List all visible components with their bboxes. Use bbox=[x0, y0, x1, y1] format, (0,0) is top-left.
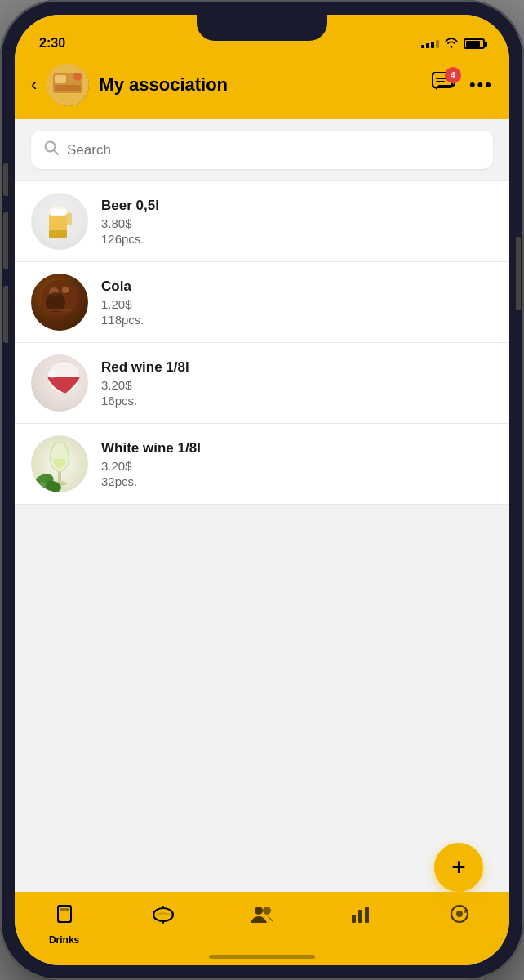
status-icons bbox=[421, 37, 485, 51]
item-qty: 126pcs. bbox=[101, 232, 493, 246]
svg-point-36 bbox=[255, 906, 263, 915]
nav-item-settings[interactable]: · bbox=[411, 900, 509, 944]
svg-point-43 bbox=[464, 910, 467, 913]
nav-item-food[interactable]: · bbox=[113, 900, 212, 946]
side-button-vol-down bbox=[3, 286, 8, 343]
item-qty: 16pcs. bbox=[101, 394, 493, 408]
food-icon bbox=[152, 903, 175, 931]
svg-point-21 bbox=[62, 287, 69, 293]
notch bbox=[197, 15, 327, 41]
item-info: Red wine 1/8l 3.20$ 16pcs. bbox=[101, 359, 493, 408]
notification-badge: 4 bbox=[445, 67, 461, 83]
add-button[interactable]: + bbox=[434, 843, 483, 892]
status-time: 2:30 bbox=[39, 36, 65, 51]
list-item[interactable]: Red wine 1/8l 3.20$ 16pcs. bbox=[15, 343, 509, 424]
drinks-icon bbox=[54, 903, 75, 931]
item-image-cola bbox=[31, 274, 88, 331]
svg-rect-38 bbox=[352, 915, 356, 923]
more-button[interactable]: ••• bbox=[469, 74, 493, 96]
side-button-silent bbox=[3, 163, 8, 196]
phone-frame: 2:30 bbox=[0, 0, 524, 980]
nav-item-members[interactable]: · bbox=[212, 900, 311, 944]
search-icon bbox=[44, 140, 59, 159]
nav-label-drinks: Drinks bbox=[49, 934, 79, 946]
settings-icon bbox=[449, 903, 470, 929]
item-image-beer bbox=[31, 193, 88, 250]
nav-item-stats[interactable]: · bbox=[312, 900, 411, 944]
svg-point-37 bbox=[263, 906, 271, 915]
item-image-redwine bbox=[31, 354, 88, 412]
phone-screen: 2:30 bbox=[15, 15, 509, 965]
stats-icon bbox=[350, 903, 371, 929]
item-info: Beer 0,5l 3.80$ 126pcs. bbox=[101, 198, 493, 246]
side-button-vol-up bbox=[3, 212, 8, 270]
search-input[interactable] bbox=[67, 142, 480, 158]
svg-rect-2 bbox=[55, 75, 66, 83]
side-button-power bbox=[516, 237, 521, 310]
item-price: 3.80$ bbox=[101, 216, 493, 230]
svg-rect-14 bbox=[67, 212, 72, 225]
item-name: White wine 1/8l bbox=[101, 440, 493, 457]
item-price: 3.20$ bbox=[101, 459, 493, 473]
chat-button[interactable]: 4 bbox=[429, 70, 458, 100]
product-list: Beer 0,5l 3.80$ 126pcs. C bbox=[15, 180, 509, 892]
item-info: Cola 1.20$ 118pcs. bbox=[101, 278, 493, 327]
list-spacer bbox=[15, 505, 509, 570]
wifi-icon bbox=[444, 37, 459, 51]
svg-rect-39 bbox=[358, 910, 362, 923]
signal-icon bbox=[421, 40, 439, 48]
svg-point-5 bbox=[73, 73, 82, 81]
page-title: My association bbox=[99, 74, 419, 96]
item-qty: 32pcs. bbox=[101, 474, 493, 488]
svg-point-24 bbox=[48, 370, 56, 378]
svg-line-11 bbox=[54, 150, 58, 154]
list-item[interactable]: Beer 0,5l 3.80$ 126pcs. bbox=[15, 180, 509, 262]
svg-rect-32 bbox=[60, 908, 69, 911]
nav-item-drinks[interactable]: Drinks bbox=[15, 900, 113, 946]
item-name: Cola bbox=[101, 278, 493, 295]
item-price: 1.20$ bbox=[101, 297, 493, 311]
item-image-whitewine bbox=[31, 435, 88, 492]
item-price: 3.20$ bbox=[101, 378, 493, 392]
item-name: Beer 0,5l bbox=[101, 198, 493, 214]
home-indicator bbox=[209, 955, 315, 959]
item-info: White wine 1/8l 3.20$ 32pcs. bbox=[101, 440, 493, 488]
item-name: Red wine 1/8l bbox=[101, 359, 493, 376]
avatar bbox=[47, 64, 89, 106]
svg-rect-15 bbox=[51, 209, 65, 215]
svg-rect-40 bbox=[365, 906, 369, 923]
members-icon bbox=[250, 903, 274, 929]
battery-icon bbox=[464, 38, 485, 49]
header: ‹ My association bbox=[15, 56, 509, 119]
svg-rect-4 bbox=[55, 85, 81, 91]
list-item[interactable]: Cola 1.20$ 118pcs. bbox=[15, 262, 509, 343]
back-button[interactable]: ‹ bbox=[31, 74, 37, 96]
search-container bbox=[15, 119, 509, 180]
list-item[interactable]: White wine 1/8l 3.20$ 32pcs. bbox=[15, 424, 509, 505]
svg-rect-16 bbox=[49, 230, 67, 238]
svg-rect-20 bbox=[47, 309, 72, 311]
search-box bbox=[31, 131, 493, 169]
svg-point-42 bbox=[456, 911, 463, 917]
item-qty: 118pcs. bbox=[101, 313, 493, 327]
header-actions: 4 ••• bbox=[429, 70, 493, 100]
